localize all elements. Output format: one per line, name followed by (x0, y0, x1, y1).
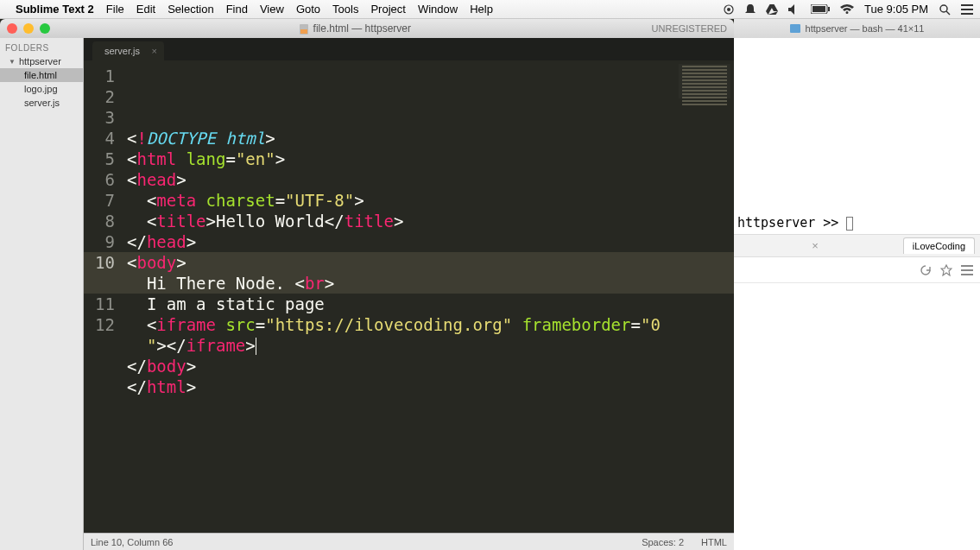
folder-icon (790, 24, 800, 33)
browser-tab-close-icon[interactable]: × (812, 239, 819, 252)
sidebar-file[interactable]: logo.jpg (0, 82, 83, 96)
line-number: 7 (84, 190, 115, 211)
right-column: httpserver — bash — 41×11 httpserver >> … (734, 19, 980, 550)
terminal-title-text: httpserver — bash — 41×11 (806, 23, 925, 34)
line-number: 1 (84, 66, 115, 86)
menu-find[interactable]: Find (226, 3, 248, 16)
unregistered-label: UNREGISTERED (652, 23, 727, 34)
terminal-body[interactable]: httpserver >> (734, 38, 980, 234)
svg-point-1 (727, 8, 730, 11)
menu-icon[interactable] (961, 4, 973, 15)
code-line: <!DOCTYPE html> (127, 128, 734, 149)
line-number: 4 (84, 128, 115, 149)
code-line: <meta charset="UTF-8"> (127, 190, 734, 211)
text-cursor (256, 338, 256, 355)
line-number: 2 (84, 86, 115, 107)
svg-line-6 (946, 11, 950, 15)
refresh-icon[interactable] (920, 264, 932, 276)
status-syntax[interactable]: HTML (701, 537, 727, 547)
status-bar: Line 10, Column 66 Spaces: 2 HTML (84, 533, 734, 550)
minimap[interactable] (679, 64, 730, 98)
code-line: <title>Hello World</title> (127, 211, 734, 231)
svg-rect-3 (812, 6, 825, 12)
browser-tab[interactable]: iLoveCoding (903, 237, 975, 254)
sidebar-heading: FOLDERS (0, 41, 83, 54)
notification-icon[interactable] (745, 3, 756, 16)
menu-view[interactable]: View (260, 3, 284, 16)
menu-file[interactable]: File (106, 3, 124, 16)
terminal-prompt: httpserver >> (737, 215, 846, 231)
status-spaces[interactable]: Spaces: 2 (642, 537, 684, 547)
menu-selection[interactable]: Selection (168, 3, 213, 16)
sidebar: FOLDERS httpserver file.html logo.jpg se… (0, 38, 84, 550)
clock[interactable]: Tue 9:05 PM (864, 3, 928, 16)
terminal-titlebar[interactable]: httpserver — bash — 41×11 (734, 19, 980, 38)
menu-edit[interactable]: Edit (136, 3, 155, 16)
browser-menu-icon[interactable] (961, 265, 973, 275)
sidebar-file[interactable]: server.js (0, 96, 83, 110)
status-position[interactable]: Line 10, Column 66 (91, 537, 173, 547)
terminal-cursor (846, 217, 853, 231)
code-line: Hi There Node. <br> (127, 273, 734, 294)
tab-label: server.js (104, 46, 140, 56)
window-title-text: file.html — httpserver (313, 22, 411, 35)
line-number: 8 (84, 211, 115, 231)
wifi-icon[interactable] (840, 4, 854, 15)
line-number: 3 (84, 107, 115, 128)
window-controls (7, 23, 50, 34)
bookmark-icon[interactable] (940, 264, 952, 276)
svg-rect-4 (828, 7, 830, 11)
macos-menubar: Sublime Text 2 File Edit Selection Find … (0, 0, 980, 19)
screencast-icon[interactable] (723, 3, 735, 16)
code-line: <body> (127, 252, 734, 273)
svg-point-5 (940, 5, 947, 12)
browser-viewport[interactable] (734, 283, 980, 550)
line-number: 9 (84, 231, 115, 252)
sidebar-file[interactable]: file.html (0, 68, 83, 82)
app-name[interactable]: Sublime Text 2 (16, 3, 94, 16)
code-line: <iframe src="https://ilovecoding.org" fr… (127, 314, 734, 335)
gutter: 123456789101112 (84, 60, 123, 533)
code-line: <html lang="en"> (127, 149, 734, 169)
line-number: 12 (84, 314, 115, 335)
minimize-icon[interactable] (23, 23, 34, 34)
code-line: </html> (127, 376, 734, 397)
code-view[interactable]: <!DOCTYPE html><html lang="en"><head> <m… (123, 60, 734, 533)
menu-project[interactable]: Project (370, 3, 405, 16)
gdrive-icon[interactable] (766, 4, 778, 15)
maximize-icon[interactable] (40, 23, 50, 34)
sublime-titlebar[interactable]: file.html — httpserver UNREGISTERED (0, 19, 734, 38)
editor-tab[interactable]: server.js × (92, 41, 164, 60)
line-number (84, 273, 115, 294)
line-number: 11 (84, 294, 115, 314)
browser-window: × iLoveCoding (734, 234, 980, 550)
battery-icon[interactable] (811, 4, 830, 14)
spotlight-icon[interactable] (939, 3, 951, 16)
menu-goto[interactable]: Goto (296, 3, 320, 16)
code-line: <head> (127, 169, 734, 190)
code-line: </body> (127, 356, 734, 376)
code-line: I am a static page (127, 294, 734, 314)
line-number: 5 (84, 149, 115, 169)
browser-toolbar (734, 257, 980, 283)
menu-tools[interactable]: Tools (332, 3, 358, 16)
menu-window[interactable]: Window (418, 3, 458, 16)
sublime-window: file.html — httpserver UNREGISTERED FOLD… (0, 19, 734, 550)
volume-icon[interactable] (788, 4, 800, 15)
line-number: 6 (84, 169, 115, 190)
file-icon (300, 24, 308, 33)
line-number: 10 (84, 252, 115, 273)
tab-close-icon[interactable]: × (152, 46, 157, 56)
code-line: </head> (127, 231, 734, 252)
code-line: "></iframe> (127, 335, 734, 356)
svg-rect-11 (300, 29, 307, 34)
editor-area[interactable]: 123456789101112 <!DOCTYPE html><html lan… (84, 60, 734, 533)
menu-help[interactable]: Help (470, 3, 493, 16)
window-title: file.html — httpserver (59, 22, 652, 35)
tab-bar: server.js × (84, 38, 734, 60)
close-icon[interactable] (7, 23, 17, 34)
browser-tabstrip: × iLoveCoding (734, 235, 980, 257)
sidebar-folder[interactable]: httpserver (0, 54, 83, 68)
